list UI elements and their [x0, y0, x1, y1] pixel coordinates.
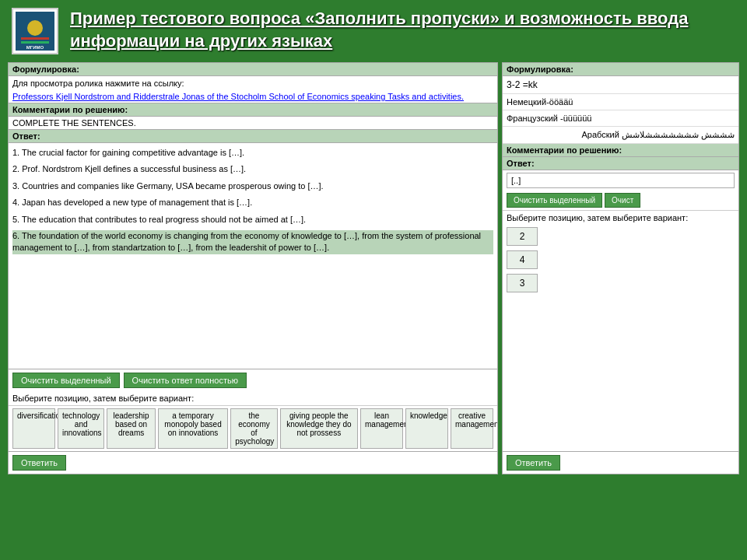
- word-option-7[interactable]: knowledge: [405, 408, 448, 449]
- french-text: Французский -üüüüüü: [503, 110, 738, 127]
- svg-rect-3: [21, 41, 49, 44]
- word-option-4[interactable]: the economy of psychology: [230, 408, 277, 449]
- formulation-label-right: Формулировка:: [503, 63, 738, 76]
- answer-button-right[interactable]: Ответить: [507, 455, 560, 471]
- svg-point-1: [27, 20, 43, 36]
- word-option-0[interactable]: diversification: [12, 408, 55, 449]
- sentence-5: 5. The education that contributes to rea…: [12, 214, 493, 226]
- clear-button-right[interactable]: Очист: [605, 193, 640, 208]
- answer-label-right: Ответ:: [503, 157, 738, 170]
- clear-selected-button-left[interactable]: Очистить выделенный: [12, 373, 120, 388]
- word-options: diversification technology and innovatio…: [9, 405, 497, 451]
- comment-label-left: Комментарии по решению:: [9, 103, 497, 117]
- word-option-2[interactable]: leadership based on dreams: [107, 408, 155, 449]
- sentence-2: 2. Prof. Nordstrom Kjell defines a succe…: [12, 163, 493, 175]
- buttons-row-right: Очистить выделенный Очист: [503, 191, 738, 210]
- clear-selected-button-right[interactable]: Очистить выделенный: [507, 193, 602, 208]
- sentence-3: 3. Countries and companies like Germany,…: [12, 180, 493, 192]
- content-area: Формулировка: Для просмотра ролика нажми…: [0, 62, 747, 482]
- word-option-1[interactable]: technology and innovations: [58, 408, 104, 449]
- word-option-3[interactable]: a temporary monopoly based on innovation…: [158, 408, 229, 449]
- sentences-area: 1. The crucial factor for gaining compet…: [9, 143, 497, 369]
- answer-button-row-left: Ответить: [9, 451, 497, 474]
- number-option-0[interactable]: 2: [507, 227, 538, 246]
- word-option-6[interactable]: lean management: [360, 408, 403, 449]
- answer-button-left[interactable]: Ответить: [12, 455, 66, 471]
- logo: МГИМО: [12, 8, 58, 54]
- answer-label-left: Ответ:: [9, 130, 497, 143]
- formula-text: 3-2 =kk: [503, 76, 738, 94]
- buttons-row-left: Очистить выделенный Очистить ответ полно…: [9, 369, 497, 391]
- german-text: Немецкий-ööääü: [503, 94, 738, 110]
- svg-text:МГИМО: МГИМО: [26, 45, 44, 50]
- clear-all-button-left[interactable]: Очистить ответ полностью: [124, 373, 247, 388]
- header: МГИМО Пример тестового вопроса «Заполнит…: [0, 0, 747, 62]
- position-label-left: Выберите позицию, затем выберите вариант…: [9, 391, 497, 405]
- page-title: Пример тестового вопроса «Заполнить проп…: [70, 8, 735, 52]
- sentence-4: 4. Japan has developed a new type of man…: [12, 197, 493, 208]
- svg-rect-2: [21, 37, 49, 40]
- complete-text: COMPLETE THE SENTENCES.: [9, 117, 497, 130]
- answer-button-row-right: Ответить: [503, 451, 738, 474]
- answer-box-right: [..]: [507, 173, 735, 188]
- arabic-text: شششش شششششششلاشش Арабский: [503, 127, 738, 144]
- number-option-2[interactable]: 3: [507, 274, 538, 292]
- video-link[interactable]: Professors Kjell Nordstrom and Ridderstr…: [9, 90, 497, 103]
- logo-inner: МГИМО: [16, 12, 54, 51]
- sentence-6: 6. The foundation of the world economy i…: [12, 230, 493, 254]
- position-label-right: Выберите позицию, затем выберите вариант…: [503, 210, 738, 225]
- number-option-1[interactable]: 4: [507, 250, 538, 269]
- comment-label-right: Комментарии по решению:: [503, 144, 738, 157]
- word-option-5[interactable]: giving people the knowledge they do not …: [280, 408, 358, 449]
- formulation-text-left: Для просмотра ролика нажмите на ссылку:: [9, 76, 497, 90]
- word-option-8[interactable]: creative management: [451, 408, 493, 449]
- left-panel: Формулировка: Для просмотра ролика нажми…: [8, 62, 498, 474]
- sentence-1: 1. The crucial factor for gaining compet…: [12, 147, 493, 159]
- right-panel: Формулировка: 3-2 =kk Немецкий-ööääü Фра…: [502, 62, 739, 474]
- formulation-label-left: Формулировка:: [9, 63, 497, 76]
